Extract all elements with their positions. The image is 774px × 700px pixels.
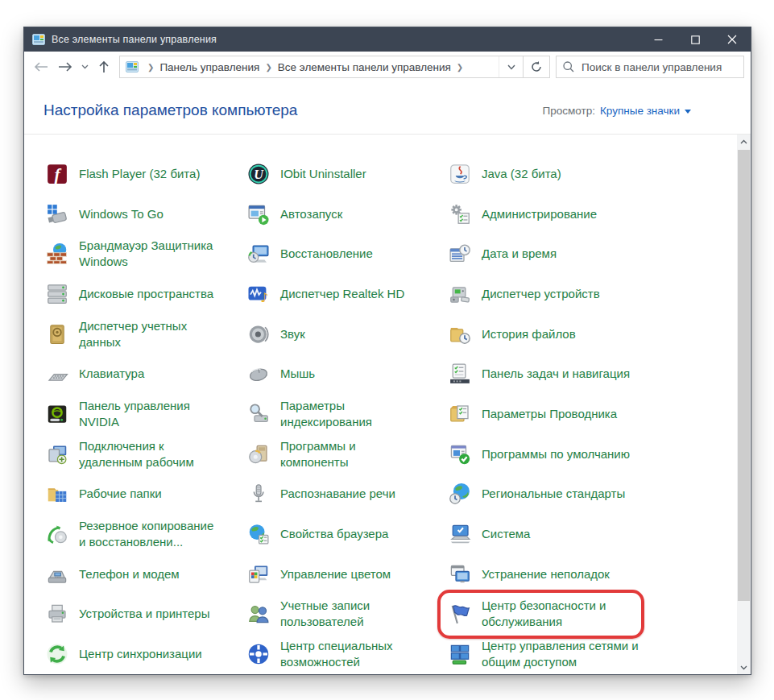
maximize-icon: [691, 35, 700, 44]
cp-item-devices-printers[interactable]: Устройства и принтеры: [45, 594, 246, 635]
refresh-button[interactable]: [524, 56, 550, 78]
forward-button[interactable]: [53, 55, 77, 79]
cp-item-date-time[interactable]: Дата и время: [448, 234, 649, 274]
cp-item-indexing-options[interactable]: Параметры индексирования: [246, 394, 448, 434]
cp-item-troubleshooting[interactable]: Устранение неполадок: [448, 554, 649, 594]
cp-item-autoplay[interactable]: Автозапуск: [246, 194, 448, 234]
refresh-icon: [531, 61, 542, 72]
breadcrumb-all-items[interactable]: Все элементы панели управления: [278, 61, 451, 73]
cp-item-regional-standards[interactable]: Региональные стандарты: [448, 474, 649, 515]
view-value: Крупные значки: [600, 105, 680, 117]
page-title: Настройка параметров компьютера: [43, 101, 297, 119]
search-input[interactable]: [582, 61, 737, 73]
cp-item-label: Телефон и модем: [79, 566, 180, 582]
scroll-up-button[interactable]: [737, 135, 751, 148]
cp-item-user-accounts[interactable]: Учетные записи пользователей: [246, 594, 448, 635]
items-grid: fFlash Player (32 бита)Windows To GoБран…: [24, 135, 751, 674]
cp-item-label: Flash Player (32 бита): [79, 166, 200, 182]
speech-recognition-icon: [246, 482, 271, 506]
address-bar[interactable]: ❯ Панель управления ❯ Все элементы панел…: [119, 56, 524, 78]
cp-item-windows-to-go[interactable]: Windows To Go: [45, 194, 246, 234]
breadcrumb-control-panel[interactable]: Панель управления: [159, 61, 259, 73]
cp-item-realtek[interactable]: ♪Диспетчер Realtek HD: [246, 274, 448, 314]
work-folders-icon: [45, 482, 69, 506]
firewall-icon: [45, 242, 69, 266]
address-dropdown-button[interactable]: [499, 56, 523, 77]
cp-item-device-manager[interactable]: Диспетчер устройств: [448, 274, 649, 314]
cp-item-storage-spaces[interactable]: Дисковые пространства: [45, 274, 246, 314]
grid-column-1: fFlash Player (32 бита)Windows To GoБран…: [45, 154, 246, 674]
cp-item-system[interactable]: Система: [448, 514, 649, 554]
cp-item-iobit-uninstaller[interactable]: UIObit Uninstaller: [246, 154, 448, 194]
explorer-options-icon: [448, 402, 472, 426]
mouse-icon: [246, 362, 271, 386]
cp-item-remote-desktop[interactable]: Подключения к удаленным рабочим: [45, 434, 246, 474]
minimize-button[interactable]: [639, 27, 677, 52]
system-icon: [448, 522, 472, 546]
cp-item-mouse[interactable]: Мышь: [246, 354, 448, 394]
cp-item-nvidia[interactable]: Панель управления NVIDIA: [45, 394, 246, 434]
security-maintenance-icon: [448, 602, 472, 626]
cp-item-security-maintenance[interactable]: Центр безопасности и обслуживания: [448, 594, 649, 635]
cp-item-phone-modem[interactable]: Телефон и модем: [45, 554, 246, 594]
backup-restore-icon: [45, 522, 69, 546]
indexing-options-icon: [246, 402, 271, 426]
date-time-icon: [448, 242, 472, 266]
storage-spaces-icon: [45, 282, 69, 306]
svg-text:♪: ♪: [260, 290, 268, 305]
up-button[interactable]: [92, 55, 116, 79]
cp-item-network-sharing[interactable]: Центр управления сетями и общим доступом: [448, 634, 649, 674]
cp-item-label: Диспетчер устройств: [482, 286, 600, 302]
cp-item-label: Windows To Go: [79, 206, 163, 222]
recent-pages-button[interactable]: [77, 55, 92, 79]
vertical-scrollbar[interactable]: [737, 135, 751, 674]
scroll-down-button[interactable]: [737, 661, 751, 674]
keyboard-icon: [45, 362, 69, 386]
cp-item-label: Диспетчер Realtek HD: [280, 286, 404, 302]
control-panel-crumb-icon: [126, 60, 139, 73]
cp-item-sync-center[interactable]: Центр синхронизации: [45, 634, 246, 674]
cp-item-label: Учетные записи пользователей: [280, 598, 424, 630]
cp-item-credential-manager[interactable]: Диспетчер учетных данных: [45, 314, 246, 354]
close-button[interactable]: [714, 27, 751, 52]
cp-item-backup-restore[interactable]: Резервное копирование и восстановлени...: [45, 514, 246, 554]
cp-item-color-management[interactable]: Управление цветом: [246, 554, 448, 594]
cp-item-java[interactable]: Java (32 бита): [448, 154, 649, 194]
cp-item-firewall[interactable]: Брандмауэр Защитника Windows: [45, 234, 246, 274]
cp-item-sound[interactable]: Звук: [246, 314, 448, 354]
cp-item-explorer-options[interactable]: Параметры Проводника: [448, 394, 649, 434]
back-button[interactable]: [29, 55, 53, 79]
cp-item-label: Диспетчер учетных данных: [79, 318, 222, 350]
recovery-icon: [246, 242, 271, 266]
cp-item-label: Клавиатура: [79, 366, 144, 382]
cp-item-label: Брандмауэр Защитника Windows: [79, 238, 222, 270]
cp-item-admin-tools[interactable]: Администрирование: [448, 194, 649, 234]
cp-item-programs-features[interactable]: Программы и компоненты: [246, 434, 448, 474]
search-box[interactable]: [556, 56, 744, 78]
cp-item-label: Параметры индексирования: [280, 398, 424, 430]
scrollbar-track[interactable]: [737, 148, 751, 661]
cp-item-work-folders[interactable]: Рабочие папки: [45, 474, 246, 515]
cp-item-file-history[interactable]: История файлов: [448, 314, 649, 354]
maximize-button[interactable]: [677, 27, 714, 52]
cp-item-label: Программы и компоненты: [280, 438, 424, 470]
cp-item-default-programs[interactable]: Программы по умолчанию: [448, 434, 649, 474]
windows-to-go-icon: [45, 202, 69, 226]
cp-item-label: Мышь: [280, 366, 315, 382]
cp-item-recovery[interactable]: Восстановление: [246, 234, 448, 274]
cp-item-keyboard[interactable]: Клавиатура: [45, 354, 246, 394]
cp-item-ease-of-access[interactable]: Центр специальных возможностей: [246, 634, 448, 674]
flash-player-icon: f: [45, 162, 69, 186]
forward-arrow-icon: [58, 61, 72, 72]
cp-item-taskbar-navigation[interactable]: Панель задач и навигация: [448, 354, 649, 394]
cp-item-label: Устранение неполадок: [482, 566, 610, 582]
ease-of-access-icon: [246, 642, 271, 666]
scrollbar-thumb[interactable]: [738, 150, 750, 601]
cp-item-flash-player[interactable]: fFlash Player (32 бита): [45, 154, 246, 194]
cp-item-internet-options[interactable]: Свойства браузера: [246, 514, 448, 554]
internet-options-icon: [246, 522, 271, 546]
cp-item-speech-recognition[interactable]: Распознавание речи: [246, 474, 448, 515]
cp-item-label: Java (32 бита): [482, 166, 561, 182]
view-dropdown[interactable]: Просмотр: Крупные значки: [543, 105, 691, 117]
cp-item-label: Параметры Проводника: [482, 406, 617, 422]
